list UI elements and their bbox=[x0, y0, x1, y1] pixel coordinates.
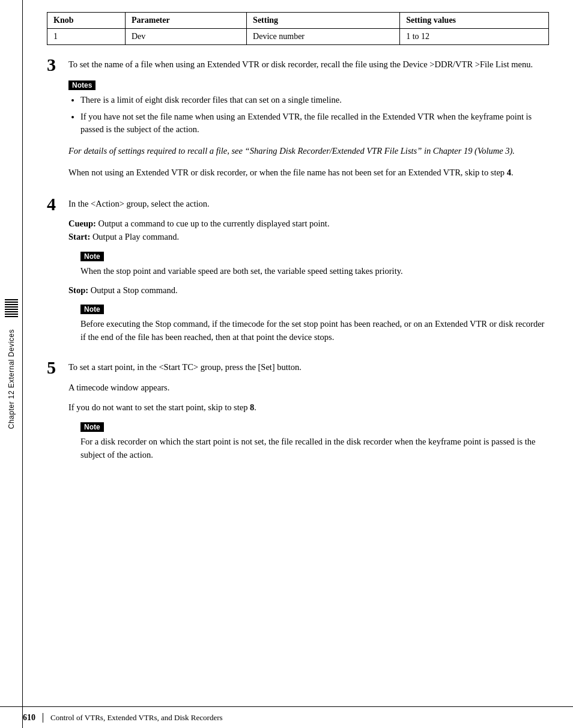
note3-label: Note bbox=[80, 422, 104, 432]
col-header-knob: Knob bbox=[47, 13, 126, 29]
cueup-text: Output a command to cue up to the curren… bbox=[96, 219, 330, 228]
skip-para: When not using an Extended VTR or disk r… bbox=[68, 166, 549, 180]
sidebar-decoration bbox=[5, 299, 18, 317]
step5-text: To set a start point, in the <Start TC> … bbox=[68, 361, 549, 374]
start-label: Start: bbox=[68, 232, 90, 241]
start-text: Output a Play command. bbox=[90, 232, 179, 241]
step4-text: In the <Action> group, select the action… bbox=[68, 198, 549, 211]
footer-title: Control of VTRs, Extended VTRs, and Disk… bbox=[50, 713, 223, 723]
settings-table: Knob Parameter Setting Setting values 1 … bbox=[47, 12, 549, 45]
skip-para-text: When not using an Extended VTR or disk r… bbox=[68, 168, 507, 177]
col-header-setting: Setting bbox=[247, 13, 400, 29]
list-item: There is a limit of eight disk recorder … bbox=[80, 94, 549, 107]
note2-block: Note Before executing the Stop command, … bbox=[80, 304, 549, 344]
timecode-para: A timecode window appears. bbox=[68, 381, 549, 395]
skip-step: 4 bbox=[507, 168, 511, 177]
note3-block: Note For a disk recorder on which the st… bbox=[80, 422, 549, 462]
footer: 610 Control of VTRs, Extended VTRs, and … bbox=[0, 706, 573, 728]
notes-label: Notes bbox=[68, 80, 96, 90]
cell-setting: Device number bbox=[247, 29, 400, 45]
step5-number: 5 bbox=[47, 359, 68, 377]
step4-content: In the <Action> group, select the action… bbox=[68, 198, 549, 350]
cell-setting-values: 1 to 12 bbox=[400, 29, 549, 45]
step5-container: 5 To set a start point, in the <Start TC… bbox=[47, 361, 549, 468]
cell-parameter: Dev bbox=[125, 29, 246, 45]
page-number: 610 bbox=[23, 713, 43, 723]
italic-para: For details of settings required to reca… bbox=[68, 145, 549, 158]
skip-para2: If you do not want to set the start poin… bbox=[68, 401, 549, 414]
step3-number: 3 bbox=[47, 56, 68, 74]
stop-label: Stop: bbox=[68, 285, 88, 295]
sidebar-chapter-label: Chapter 12 External Devices bbox=[7, 329, 16, 429]
notes-list: There is a limit of eight disk recorder … bbox=[68, 94, 549, 136]
col-header-parameter: Parameter bbox=[125, 13, 246, 29]
step3-content: To set the name of a file when using an … bbox=[68, 58, 549, 187]
main-content: Knob Parameter Setting Setting values 1 … bbox=[23, 0, 573, 706]
step5-content: To set a start point, in the <Start TC> … bbox=[68, 361, 549, 468]
cueup-label: Cueup: bbox=[68, 219, 96, 228]
notes-box: Notes There is a limit of eight disk rec… bbox=[68, 80, 549, 136]
col-header-setting-values: Setting values bbox=[400, 13, 549, 29]
note1-text: When the stop point and variable speed a… bbox=[80, 265, 549, 278]
note2-label: Note bbox=[80, 305, 104, 314]
note1-label: Note bbox=[80, 252, 104, 261]
sidebar: Chapter 12 External Devices bbox=[0, 0, 23, 728]
cueup-para: Cueup: Output a command to cue up to the… bbox=[68, 217, 549, 244]
table-row: 1 Dev Device number 1 to 12 bbox=[47, 29, 549, 45]
skip-para2-text: If you do not want to set the start poin… bbox=[68, 402, 250, 412]
note2-text: Before executing the Stop command, if th… bbox=[80, 318, 549, 344]
stop-text: Output a Stop command. bbox=[88, 285, 178, 295]
step3-text: To set the name of a file when using an … bbox=[68, 58, 549, 71]
note3-text: For a disk recorder on which the start p… bbox=[80, 435, 549, 462]
step4-number: 4 bbox=[47, 195, 68, 213]
list-item: If you have not set the file name when u… bbox=[80, 111, 549, 137]
cell-knob: 1 bbox=[47, 29, 126, 45]
stop-para: Stop: Output a Stop command. bbox=[68, 284, 549, 297]
step4-container: 4 In the <Action> group, select the acti… bbox=[47, 198, 549, 350]
skip-step2: 8 bbox=[250, 402, 254, 412]
note1-block: Note When the stop point and variable sp… bbox=[80, 251, 549, 278]
step3-container: 3 To set the name of a file when using a… bbox=[47, 58, 549, 187]
